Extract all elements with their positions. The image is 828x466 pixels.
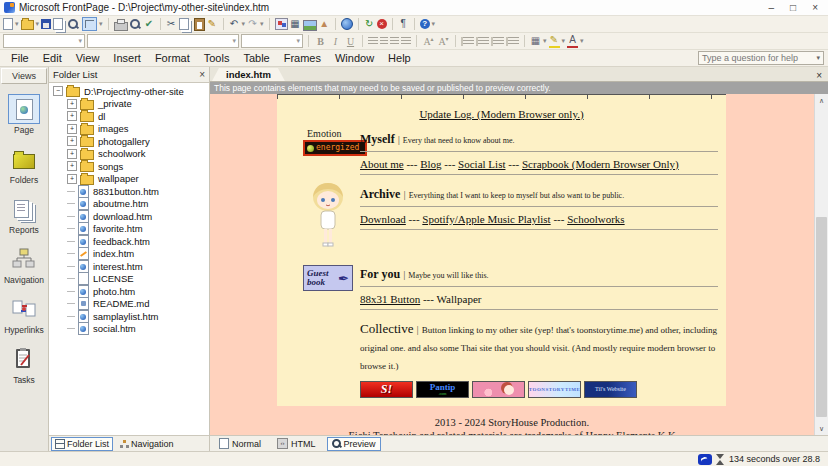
copy-icon[interactable] <box>179 18 189 30</box>
drawing-icon[interactable]: ▲ <box>319 18 330 30</box>
decrease-indent-button[interactable] <box>491 37 504 46</box>
undo-dropdown[interactable]: ▾ <box>242 20 246 28</box>
tree-item-samplaylist-htm[interactable]: samplaylist.htm <box>53 310 209 323</box>
expand-icon[interactable]: + <box>67 124 77 134</box>
tree-item-social-htm[interactable]: social.htm <box>53 323 209 336</box>
help-search-dropdown-icon[interactable]: ▾ <box>816 54 820 62</box>
format-painter-icon[interactable]: ✎ <box>207 18 218 30</box>
insert-table-icon[interactable]: ▦ <box>290 18 301 30</box>
chibi-banner-button[interactable] <box>472 381 525 398</box>
page-link-scrapbook-modern-browser-only-[interactable]: Scrapbook (Modern Browser Only) <box>522 158 679 170</box>
tree-item-readme-md[interactable]: README.md <box>53 298 209 311</box>
bullet-list-button[interactable] <box>476 37 489 46</box>
tree-item-images[interactable]: +images <box>53 123 209 136</box>
open-dropdown[interactable]: ▾ <box>36 20 40 28</box>
view-item-page[interactable]: Page <box>0 94 48 135</box>
tree-item-favorite-htm[interactable]: favorite.htm <box>53 223 209 236</box>
view-item-reports[interactable]: Reports <box>0 194 48 235</box>
expand-icon[interactable]: + <box>67 149 77 159</box>
minimize-button[interactable]: – <box>769 3 775 13</box>
web-component-icon[interactable] <box>275 18 288 30</box>
redo-icon[interactable]: ↷ <box>247 18 258 30</box>
expand-icon[interactable]: + <box>67 161 77 171</box>
insert-picture-icon[interactable] <box>303 20 317 31</box>
font-color-button[interactable]: A <box>567 34 578 48</box>
italic-button[interactable]: I <box>329 36 342 47</box>
menu-format[interactable]: Format <box>148 52 197 64</box>
tree-item-index-htm[interactable]: index.htm <box>53 248 209 261</box>
update-log-link[interactable]: Update Log. (Modern Browser only.) <box>419 108 583 120</box>
close-button[interactable]: × <box>812 3 818 13</box>
tree-item-photogallery[interactable]: +photogallery <box>53 135 209 148</box>
expand-icon[interactable]: + <box>67 99 77 109</box>
tree-root-item[interactable]: −D:\Project\my-other-site <box>53 85 209 98</box>
view-item-hyperlinks[interactable]: Hyperlinks <box>0 294 48 335</box>
page-link-88x31-button[interactable]: 88x31 Button <box>360 293 420 305</box>
undo-icon[interactable]: ↶ <box>229 18 240 30</box>
document-close-icon[interactable]: × <box>812 70 826 81</box>
align-right-button[interactable] <box>390 37 399 46</box>
view-item-navigation[interactable]: Navigation <box>0 244 48 285</box>
tils-website-button[interactable]: Til's Website <box>584 381 637 398</box>
publish-web-icon[interactable] <box>53 18 63 30</box>
menu-tools[interactable]: Tools <box>197 52 237 64</box>
open-icon[interactable] <box>21 20 34 30</box>
save-icon[interactable] <box>41 19 51 29</box>
search-icon[interactable] <box>68 19 78 29</box>
align-justify-button[interactable] <box>401 37 411 46</box>
menu-window[interactable]: Window <box>328 52 381 64</box>
style-combobox[interactable]: ▾ <box>3 34 85 48</box>
paste-icon[interactable] <box>194 18 205 31</box>
tree-item-aboutme-htm[interactable]: aboutme.htm <box>53 198 209 211</box>
navigation-pane-tab[interactable]: Navigation <box>116 437 178 451</box>
cut-icon[interactable]: ✂ <box>166 18 177 30</box>
tree-item--private[interactable]: +_private <box>53 98 209 111</box>
toggle-pane-dropdown[interactable]: ▾ <box>99 20 103 28</box>
folder-list-tab[interactable]: Folder List <box>51 437 113 451</box>
page-link-schoolworks[interactable]: Schoolworks <box>567 213 624 225</box>
page-link-spotify-apple-music-playlist[interactable]: Spotify/Apple Music Playlist <box>422 213 550 225</box>
toonstorytime-button[interactable]: TOONSTORYTIME <box>528 381 581 398</box>
spelling-icon[interactable]: ✔ <box>144 18 155 30</box>
page-link-blog[interactable]: Blog <box>420 158 441 170</box>
tab-preview[interactable]: Preview <box>327 437 381 451</box>
redo-dropdown[interactable]: ▾ <box>260 20 264 28</box>
increase-font-size-button[interactable]: A▴ <box>422 35 435 47</box>
tree-item-8831button-htm[interactable]: 8831button.htm <box>53 185 209 198</box>
scrollbar-track[interactable] <box>815 107 828 422</box>
tree-item-dl[interactable]: +dl <box>53 110 209 123</box>
tree-item-license[interactable]: LICENSE <box>53 273 209 286</box>
menu-frames[interactable]: Frames <box>277 52 328 64</box>
tab-normal[interactable]: Normal <box>214 436 266 451</box>
highlight-dropdown[interactable]: ▾ <box>562 37 566 45</box>
increase-indent-button[interactable] <box>506 37 519 46</box>
refresh-icon[interactable]: ↻ <box>364 18 375 30</box>
numbered-list-button[interactable] <box>461 37 474 46</box>
tree-item-feedback-htm[interactable]: feedback.htm <box>53 235 209 248</box>
view-item-folders[interactable]: Folders <box>0 144 48 185</box>
tree-item-schoolwork[interactable]: +schoolwork <box>53 148 209 161</box>
tree-item-download-htm[interactable]: download.htm <box>53 210 209 223</box>
scroll-down-icon[interactable]: ∨ <box>815 422 828 435</box>
guestbook-button[interactable]: Guestbook ✒ <box>303 265 353 291</box>
hyperlink-icon[interactable] <box>341 18 353 30</box>
help-icon[interactable] <box>420 19 430 29</box>
menu-view[interactable]: View <box>69 52 107 64</box>
help-search-input[interactable]: Type a question for help ▾ <box>698 51 824 65</box>
sanook-button[interactable]: S! <box>360 381 413 398</box>
menu-file[interactable]: File <box>4 52 36 64</box>
new-page-icon[interactable] <box>3 18 13 30</box>
tree-item-photo-htm[interactable]: photo.htm <box>53 285 209 298</box>
toggle-pane-icon[interactable] <box>82 17 97 31</box>
tree-item-wallpaper[interactable]: +wallpaper <box>53 173 209 186</box>
bold-button[interactable]: B <box>314 36 327 47</box>
font-size-combobox[interactable]: ▾ <box>241 34 303 48</box>
stop-icon[interactable] <box>377 19 387 29</box>
font-color-dropdown[interactable]: ▾ <box>580 37 584 45</box>
borders-dropdown[interactable]: ▾ <box>543 37 547 45</box>
tree-item-interest-htm[interactable]: interest.htm <box>53 260 209 273</box>
preview-in-browser-icon[interactable] <box>130 19 140 29</box>
menu-edit[interactable]: Edit <box>36 52 69 64</box>
pantip-button[interactable]: Pantip.com <box>416 381 469 398</box>
expand-icon[interactable]: + <box>67 136 77 146</box>
